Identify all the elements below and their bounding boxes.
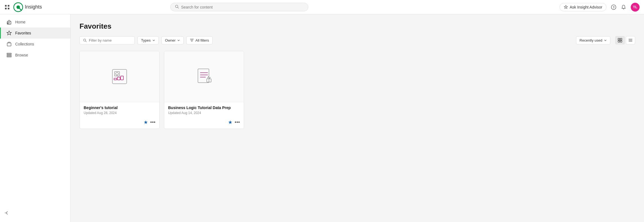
- collections-icon: [6, 41, 12, 47]
- filter-search[interactable]: [79, 36, 135, 44]
- filter-icon: [190, 38, 194, 42]
- more-options-button-1[interactable]: •••: [150, 120, 155, 125]
- layout: Home Favorites Collections: [0, 14, 644, 222]
- svg-rect-34: [121, 76, 123, 80]
- svg-rect-17: [7, 53, 11, 54]
- svg-line-22: [86, 41, 87, 42]
- list-view-icon: [628, 38, 633, 42]
- card-body-1: Beginner's tutorial Updated Aug 28, 2024: [80, 102, 159, 118]
- svg-line-8: [177, 7, 179, 9]
- owner-filter-button[interactable]: Owner: [161, 36, 184, 44]
- browse-icon: [6, 52, 12, 58]
- favorite-star-2[interactable]: ★: [228, 119, 232, 125]
- advisor-icon: [564, 5, 568, 9]
- sidebar-item-browse-label: Browse: [15, 53, 28, 57]
- star-icon: [6, 30, 12, 36]
- bell-icon: [621, 4, 626, 10]
- svg-rect-25: [618, 40, 620, 42]
- filter-name-input[interactable]: [89, 38, 130, 42]
- card-title-1: Beginner's tutorial: [84, 105, 155, 110]
- card-beginners-tutorial[interactable]: Beginner's tutorial Updated Aug 28, 2024…: [79, 51, 160, 129]
- card-footer-2: ★ •••: [164, 119, 244, 129]
- svg-rect-3: [8, 8, 9, 9]
- grid-icon: [4, 4, 10, 10]
- types-chevron-icon: [152, 39, 155, 42]
- card-business-logic[interactable]: Business Logic Tutorial Data Prep Update…: [164, 51, 244, 129]
- notifications-button[interactable]: [621, 4, 626, 10]
- sidebar-item-favorites[interactable]: Favorites: [0, 28, 70, 39]
- all-filters-button[interactable]: All filters: [186, 36, 213, 44]
- sort-chevron-icon: [604, 39, 607, 42]
- card-footer-1: ★ •••: [80, 119, 159, 129]
- grid-view-icon: [618, 38, 622, 42]
- svg-rect-37: [198, 69, 209, 83]
- nav-right: Ask Insight Advisor ? TL: [560, 3, 640, 12]
- card-thumbnail-2: [164, 51, 244, 102]
- sidebar-collapse-button[interactable]: [4, 210, 9, 216]
- card-thumbnail-1: [80, 51, 159, 102]
- filter-search-icon: [83, 39, 87, 42]
- help-button[interactable]: ?: [611, 4, 616, 10]
- search-icon: [175, 5, 179, 9]
- sidebar: Home Favorites Collections: [0, 14, 71, 222]
- sidebar-item-home-label: Home: [15, 20, 25, 24]
- qlik-logo-svg: [13, 2, 23, 12]
- svg-rect-18: [7, 55, 11, 56]
- sidebar-item-favorites-label: Favorites: [15, 31, 31, 35]
- sort-dropdown[interactable]: Recently used: [576, 36, 610, 44]
- svg-rect-19: [7, 56, 11, 57]
- view-toggle: [615, 36, 635, 44]
- grid-view-button[interactable]: [615, 36, 625, 44]
- svg-rect-16: [7, 43, 11, 46]
- svg-rect-2: [5, 8, 7, 9]
- main-content: Favorites Types Owner: [71, 14, 644, 222]
- card-meta-2: Updated Aug 14, 2024: [168, 111, 240, 115]
- svg-rect-1: [8, 5, 9, 7]
- svg-rect-23: [618, 38, 620, 40]
- ask-advisor-button[interactable]: Ask Insight Advisor: [560, 3, 606, 11]
- svg-rect-35: [117, 77, 120, 80]
- top-nav: Insights Ask Insight Advisor ?: [0, 0, 644, 14]
- search-bar[interactable]: [170, 3, 308, 11]
- help-icon: ?: [611, 4, 616, 10]
- favorite-star-1[interactable]: ★: [144, 119, 148, 125]
- svg-rect-36: [114, 78, 117, 80]
- filter-bar: Types Owner All filters Recently used: [79, 36, 635, 44]
- grid-menu-button[interactable]: [4, 4, 10, 10]
- collapse-icon: [4, 210, 9, 215]
- svg-rect-24: [620, 38, 622, 40]
- page-title: Favorites: [79, 22, 635, 31]
- svg-rect-0: [5, 5, 7, 7]
- sidebar-item-collections[interactable]: Collections: [0, 39, 70, 50]
- app-icon-1: [110, 67, 129, 86]
- qlik-logo: Insights: [13, 2, 42, 12]
- svg-rect-26: [620, 40, 622, 42]
- search-input[interactable]: [181, 5, 304, 9]
- sidebar-item-home[interactable]: Home: [0, 17, 70, 28]
- card-meta-1: Updated Aug 28, 2024: [84, 111, 155, 115]
- home-icon: [6, 19, 12, 25]
- svg-line-6: [20, 8, 22, 10]
- card-title-2: Business Logic Tutorial Data Prep: [168, 105, 240, 110]
- card-body-2: Business Logic Tutorial Data Prep Update…: [164, 102, 244, 118]
- more-options-button-2[interactable]: •••: [235, 120, 240, 125]
- sidebar-item-collections-label: Collections: [15, 42, 34, 46]
- app-title: Insights: [25, 4, 42, 10]
- cards-grid: Beginner's tutorial Updated Aug 28, 2024…: [79, 51, 635, 129]
- svg-text:?: ?: [613, 6, 615, 9]
- app-icon-2: [194, 67, 214, 86]
- list-view-button[interactable]: [626, 36, 635, 44]
- owner-chevron-icon: [177, 39, 180, 42]
- types-filter-button[interactable]: Types: [137, 36, 159, 44]
- avatar[interactable]: TL: [631, 3, 640, 12]
- sidebar-item-browse[interactable]: Browse: [0, 50, 70, 61]
